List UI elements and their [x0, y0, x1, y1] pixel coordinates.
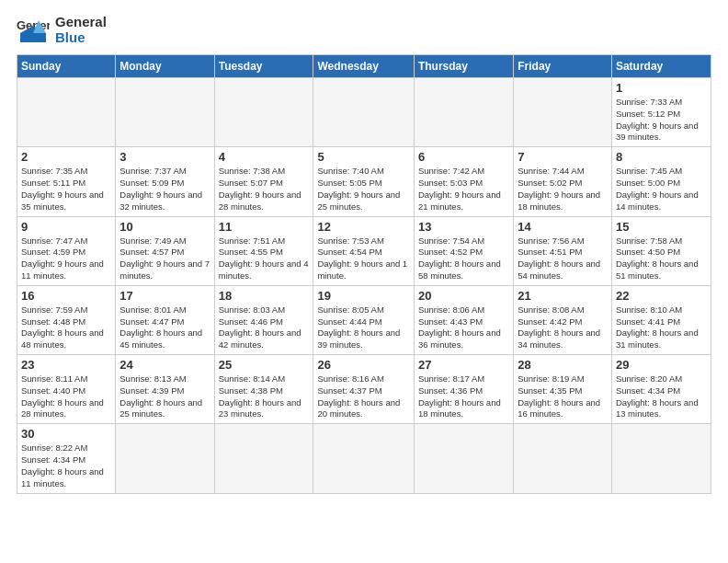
day-info: Sunrise: 7:40 AM Sunset: 5:05 PM Dayligh… [317, 166, 409, 213]
day-info: Sunrise: 7:54 AM Sunset: 4:52 PM Dayligh… [418, 236, 509, 282]
calendar-cell: 9Sunrise: 7:47 AM Sunset: 4:59 PM Daylig… [17, 216, 116, 285]
day-number: 29 [616, 358, 707, 372]
calendar-cell [116, 424, 214, 493]
calendar-cell [313, 424, 414, 493]
day-info: Sunrise: 8:16 AM Sunset: 4:37 PM Dayligh… [317, 373, 409, 420]
day-info: Sunrise: 8:05 AM Sunset: 4:44 PM Dayligh… [317, 304, 409, 351]
day-info: Sunrise: 7:42 AM Sunset: 5:03 PM Dayligh… [418, 166, 509, 213]
day-info: Sunrise: 7:58 AM Sunset: 4:50 PM Dayligh… [616, 236, 707, 282]
day-number: 12 [317, 220, 409, 234]
day-info: Sunrise: 8:11 AM Sunset: 4:40 PM Dayligh… [21, 373, 111, 420]
day-info: Sunrise: 7:44 AM Sunset: 5:02 PM Dayligh… [518, 166, 608, 213]
day-number: 26 [317, 358, 409, 372]
calendar-cell: 8Sunrise: 7:45 AM Sunset: 5:00 PM Daylig… [611, 147, 711, 216]
calendar-cell: 30Sunrise: 8:22 AM Sunset: 4:34 PM Dayli… [17, 424, 116, 493]
day-info: Sunrise: 7:33 AM Sunset: 5:12 PM Dayligh… [616, 97, 707, 144]
day-number: 3 [119, 150, 210, 164]
calendar-cell: 14Sunrise: 7:56 AM Sunset: 4:51 PM Dayli… [514, 216, 612, 285]
day-info: Sunrise: 7:51 AM Sunset: 4:55 PM Dayligh… [219, 236, 310, 282]
calendar-cell: 24Sunrise: 8:13 AM Sunset: 4:39 PM Dayli… [116, 355, 214, 424]
svg-marker-1 [20, 33, 46, 42]
calendar: SundayMondayTuesdayWednesdayThursdayFrid… [17, 54, 711, 494]
calendar-cell: 21Sunrise: 8:08 AM Sunset: 4:42 PM Dayli… [514, 285, 612, 354]
calendar-cell: 1Sunrise: 7:33 AM Sunset: 5:12 PM Daylig… [611, 78, 711, 147]
calendar-week-row: 23Sunrise: 8:11 AM Sunset: 4:40 PM Dayli… [17, 355, 711, 424]
day-number: 16 [21, 289, 111, 303]
calendar-week-row: 9Sunrise: 7:47 AM Sunset: 4:59 PM Daylig… [17, 216, 711, 285]
calendar-cell: 20Sunrise: 8:06 AM Sunset: 4:43 PM Dayli… [414, 285, 513, 354]
calendar-cell: 26Sunrise: 8:16 AM Sunset: 4:37 PM Dayli… [313, 355, 414, 424]
day-number: 17 [119, 289, 210, 303]
calendar-cell: 10Sunrise: 7:49 AM Sunset: 4:57 PM Dayli… [116, 216, 214, 285]
day-number: 15 [616, 220, 707, 234]
calendar-cell: 5Sunrise: 7:40 AM Sunset: 5:05 PM Daylig… [313, 147, 414, 216]
calendar-cell: 23Sunrise: 8:11 AM Sunset: 4:40 PM Dayli… [17, 355, 116, 424]
calendar-cell: 22Sunrise: 8:10 AM Sunset: 4:41 PM Dayli… [611, 285, 711, 354]
calendar-week-row: 2Sunrise: 7:35 AM Sunset: 5:11 PM Daylig… [17, 147, 711, 216]
weekday-header-saturday: Saturday [611, 55, 711, 78]
day-number: 28 [518, 358, 608, 372]
day-info: Sunrise: 8:01 AM Sunset: 4:47 PM Dayligh… [119, 304, 210, 351]
day-info: Sunrise: 7:53 AM Sunset: 4:54 PM Dayligh… [317, 236, 409, 282]
logo-icon: General [17, 17, 50, 44]
calendar-cell: 15Sunrise: 7:58 AM Sunset: 4:50 PM Dayli… [611, 216, 711, 285]
day-number: 2 [21, 150, 111, 164]
day-number: 21 [518, 289, 608, 303]
weekday-header-wednesday: Wednesday [313, 55, 414, 78]
day-info: Sunrise: 8:14 AM Sunset: 4:38 PM Dayligh… [219, 373, 310, 420]
day-info: Sunrise: 7:45 AM Sunset: 5:00 PM Dayligh… [616, 166, 707, 213]
day-number: 9 [21, 220, 111, 234]
calendar-cell: 29Sunrise: 8:20 AM Sunset: 4:34 PM Dayli… [611, 355, 711, 424]
weekday-header-friday: Friday [514, 55, 612, 78]
day-number: 10 [119, 220, 210, 234]
weekday-header-monday: Monday [116, 55, 214, 78]
calendar-cell: 7Sunrise: 7:44 AM Sunset: 5:02 PM Daylig… [514, 147, 612, 216]
day-number: 23 [21, 358, 111, 372]
day-number: 25 [219, 358, 310, 372]
day-info: Sunrise: 8:20 AM Sunset: 4:34 PM Dayligh… [616, 373, 707, 420]
calendar-cell: 18Sunrise: 8:03 AM Sunset: 4:46 PM Dayli… [214, 285, 313, 354]
calendar-cell: 3Sunrise: 7:37 AM Sunset: 5:09 PM Daylig… [116, 147, 214, 216]
calendar-cell: 25Sunrise: 8:14 AM Sunset: 4:38 PM Dayli… [214, 355, 313, 424]
calendar-cell: 19Sunrise: 8:05 AM Sunset: 4:44 PM Dayli… [313, 285, 414, 354]
day-number: 27 [418, 358, 509, 372]
day-info: Sunrise: 8:08 AM Sunset: 4:42 PM Dayligh… [518, 304, 608, 351]
calendar-cell [313, 78, 414, 147]
calendar-cell [414, 424, 513, 493]
day-number: 19 [317, 289, 409, 303]
calendar-cell: 2Sunrise: 7:35 AM Sunset: 5:11 PM Daylig… [17, 147, 116, 216]
calendar-cell: 11Sunrise: 7:51 AM Sunset: 4:55 PM Dayli… [214, 216, 313, 285]
day-info: Sunrise: 8:22 AM Sunset: 4:34 PM Dayligh… [21, 442, 111, 489]
day-number: 5 [317, 150, 409, 164]
calendar-cell: 12Sunrise: 7:53 AM Sunset: 4:54 PM Dayli… [313, 216, 414, 285]
day-info: Sunrise: 7:49 AM Sunset: 4:57 PM Dayligh… [119, 236, 210, 282]
logo-wordmark: General Blue [55, 15, 107, 45]
calendar-cell [214, 424, 313, 493]
calendar-cell [514, 424, 612, 493]
day-info: Sunrise: 7:38 AM Sunset: 5:07 PM Dayligh… [219, 166, 310, 213]
calendar-cell: 28Sunrise: 8:19 AM Sunset: 4:35 PM Dayli… [514, 355, 612, 424]
day-number: 20 [418, 289, 509, 303]
calendar-week-row: 30Sunrise: 8:22 AM Sunset: 4:34 PM Dayli… [17, 424, 711, 493]
weekday-header-thursday: Thursday [414, 55, 513, 78]
weekday-header-tuesday: Tuesday [214, 55, 313, 78]
day-info: Sunrise: 7:56 AM Sunset: 4:51 PM Dayligh… [518, 236, 608, 282]
day-number: 22 [616, 289, 707, 303]
calendar-cell [414, 78, 513, 147]
day-number: 6 [418, 150, 509, 164]
day-number: 8 [616, 150, 707, 164]
day-number: 14 [518, 220, 608, 234]
day-number: 4 [219, 150, 310, 164]
day-info: Sunrise: 8:10 AM Sunset: 4:41 PM Dayligh… [616, 304, 707, 351]
day-number: 18 [219, 289, 310, 303]
calendar-cell [214, 78, 313, 147]
calendar-cell: 6Sunrise: 7:42 AM Sunset: 5:03 PM Daylig… [414, 147, 513, 216]
day-info: Sunrise: 7:35 AM Sunset: 5:11 PM Dayligh… [21, 166, 111, 213]
day-number: 13 [418, 220, 509, 234]
calendar-cell: 4Sunrise: 7:38 AM Sunset: 5:07 PM Daylig… [214, 147, 313, 216]
day-info: Sunrise: 7:47 AM Sunset: 4:59 PM Dayligh… [21, 236, 111, 282]
day-info: Sunrise: 8:13 AM Sunset: 4:39 PM Dayligh… [119, 373, 210, 420]
day-number: 30 [21, 427, 111, 441]
weekday-header-sunday: Sunday [17, 55, 116, 78]
day-number: 24 [119, 358, 210, 372]
